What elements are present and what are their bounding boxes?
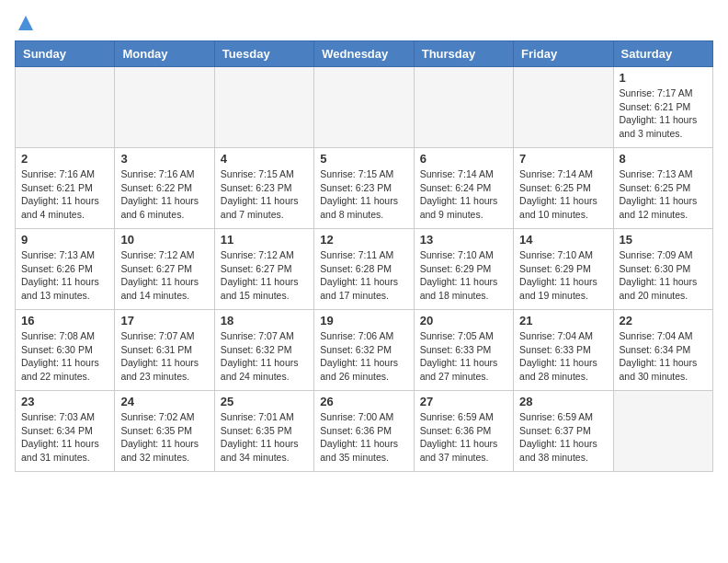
svg-marker-0 [18,16,33,30]
day-info: Sunrise: 6:59 AM Sunset: 6:36 PM Dayligh… [420,410,507,465]
day-number: 13 [420,233,507,247]
calendar-day-cell: 27Sunrise: 6:59 AM Sunset: 6:36 PM Dayli… [414,391,513,472]
day-info: Sunrise: 7:11 AM Sunset: 6:28 PM Dayligh… [320,248,407,303]
calendar-week-row: 9Sunrise: 7:13 AM Sunset: 6:26 PM Daylig… [16,229,713,310]
day-info: Sunrise: 7:06 AM Sunset: 6:32 PM Dayligh… [320,329,407,384]
day-number: 1 [620,71,707,85]
calendar-day-cell [613,391,712,472]
calendar-week-row: 1Sunrise: 7:17 AM Sunset: 6:21 PM Daylig… [16,67,713,148]
day-info: Sunrise: 7:14 AM Sunset: 6:25 PM Dayligh… [519,167,607,222]
calendar-day-cell: 5Sunrise: 7:15 AM Sunset: 6:23 PM Daylig… [314,148,414,229]
day-info: Sunrise: 7:15 AM Sunset: 6:23 PM Dayligh… [221,167,308,222]
calendar-day-cell: 11Sunrise: 7:12 AM Sunset: 6:27 PM Dayli… [214,229,313,310]
day-number: 23 [21,395,108,408]
calendar-day-cell: 9Sunrise: 7:13 AM Sunset: 6:26 PM Daylig… [16,229,115,310]
day-number: 10 [120,233,208,247]
calendar-day-cell: 6Sunrise: 7:14 AM Sunset: 6:24 PM Daylig… [414,148,513,229]
weekday-header: Wednesday [314,41,414,67]
weekday-header: Monday [115,41,214,67]
calendar-day-cell: 18Sunrise: 7:07 AM Sunset: 6:32 PM Dayli… [214,310,313,391]
day-info: Sunrise: 7:00 AM Sunset: 6:36 PM Dayligh… [320,410,407,465]
day-info: Sunrise: 7:16 AM Sunset: 6:21 PM Dayligh… [21,167,108,222]
day-number: 25 [221,395,308,408]
day-info: Sunrise: 7:17 AM Sunset: 6:21 PM Dayligh… [620,86,707,141]
day-number: 11 [221,233,308,247]
day-number: 2 [21,152,108,166]
day-number: 12 [320,233,407,247]
calendar-day-cell: 2Sunrise: 7:16 AM Sunset: 6:21 PM Daylig… [16,148,115,229]
day-info: Sunrise: 7:13 AM Sunset: 6:25 PM Dayligh… [620,167,707,222]
day-info: Sunrise: 7:14 AM Sunset: 6:24 PM Dayligh… [420,167,507,222]
weekday-header: Saturday [613,41,712,67]
calendar-day-cell: 24Sunrise: 7:02 AM Sunset: 6:35 PM Dayli… [115,391,214,472]
day-number: 15 [620,233,707,247]
calendar-day-cell: 8Sunrise: 7:13 AM Sunset: 6:25 PM Daylig… [613,148,712,229]
page-header [15,15,713,29]
day-info: Sunrise: 7:15 AM Sunset: 6:23 PM Dayligh… [320,167,407,222]
day-info: Sunrise: 7:16 AM Sunset: 6:22 PM Dayligh… [120,167,208,222]
calendar-day-cell [16,67,115,148]
calendar-week-row: 23Sunrise: 7:03 AM Sunset: 6:34 PM Dayli… [16,391,713,472]
day-info: Sunrise: 7:12 AM Sunset: 6:27 PM Dayligh… [221,248,308,303]
day-info: Sunrise: 7:07 AM Sunset: 6:32 PM Dayligh… [221,329,308,384]
day-number: 22 [620,314,707,327]
calendar-day-cell [514,67,613,148]
calendar-day-cell [115,67,214,148]
weekday-header: Friday [514,41,613,67]
day-number: 19 [320,314,407,327]
day-number: 6 [420,152,507,166]
day-info: Sunrise: 7:04 AM Sunset: 6:33 PM Dayligh… [519,329,607,384]
weekday-header: Thursday [414,41,513,67]
calendar-day-cell: 14Sunrise: 7:10 AM Sunset: 6:29 PM Dayli… [514,229,613,310]
day-number: 27 [420,395,507,408]
calendar-day-cell: 7Sunrise: 7:14 AM Sunset: 6:25 PM Daylig… [514,148,613,229]
calendar-day-cell: 1Sunrise: 7:17 AM Sunset: 6:21 PM Daylig… [613,67,712,148]
day-info: Sunrise: 7:05 AM Sunset: 6:33 PM Dayligh… [420,329,507,384]
day-number: 16 [21,314,108,327]
calendar-day-cell: 17Sunrise: 7:07 AM Sunset: 6:31 PM Dayli… [115,310,214,391]
day-info: Sunrise: 7:03 AM Sunset: 6:34 PM Dayligh… [21,410,108,465]
weekday-header: Sunday [16,41,115,67]
calendar-day-cell [414,67,513,148]
day-number: 7 [519,152,607,166]
day-number: 24 [120,395,208,408]
day-info: Sunrise: 6:59 AM Sunset: 6:37 PM Dayligh… [519,410,607,465]
calendar-header-row: SundayMondayTuesdayWednesdayThursdayFrid… [16,41,713,67]
day-number: 5 [320,152,407,166]
day-number: 18 [221,314,308,327]
calendar-day-cell: 13Sunrise: 7:10 AM Sunset: 6:29 PM Dayli… [414,229,513,310]
calendar-day-cell: 4Sunrise: 7:15 AM Sunset: 6:23 PM Daylig… [214,148,313,229]
logo [15,15,34,29]
day-info: Sunrise: 7:04 AM Sunset: 6:34 PM Dayligh… [620,329,707,384]
day-info: Sunrise: 7:07 AM Sunset: 6:31 PM Dayligh… [120,329,208,384]
day-number: 26 [320,395,407,408]
day-info: Sunrise: 7:13 AM Sunset: 6:26 PM Dayligh… [21,248,108,303]
day-number: 9 [21,233,108,247]
calendar-day-cell: 28Sunrise: 6:59 AM Sunset: 6:37 PM Dayli… [514,391,613,472]
calendar-day-cell: 19Sunrise: 7:06 AM Sunset: 6:32 PM Dayli… [314,310,414,391]
calendar-day-cell: 21Sunrise: 7:04 AM Sunset: 6:33 PM Dayli… [514,310,613,391]
calendar-day-cell: 15Sunrise: 7:09 AM Sunset: 6:30 PM Dayli… [613,229,712,310]
day-info: Sunrise: 7:10 AM Sunset: 6:29 PM Dayligh… [519,248,607,303]
calendar-day-cell: 12Sunrise: 7:11 AM Sunset: 6:28 PM Dayli… [314,229,414,310]
calendar-day-cell: 25Sunrise: 7:01 AM Sunset: 6:35 PM Dayli… [214,391,313,472]
calendar-table: SundayMondayTuesdayWednesdayThursdayFrid… [15,40,713,472]
calendar-day-cell [214,67,313,148]
day-info: Sunrise: 7:12 AM Sunset: 6:27 PM Dayligh… [120,248,208,303]
day-number: 17 [120,314,208,327]
calendar-day-cell: 23Sunrise: 7:03 AM Sunset: 6:34 PM Dayli… [16,391,115,472]
calendar-week-row: 16Sunrise: 7:08 AM Sunset: 6:30 PM Dayli… [16,310,713,391]
day-info: Sunrise: 7:10 AM Sunset: 6:29 PM Dayligh… [420,248,507,303]
calendar-day-cell: 10Sunrise: 7:12 AM Sunset: 6:27 PM Dayli… [115,229,214,310]
day-info: Sunrise: 7:01 AM Sunset: 6:35 PM Dayligh… [221,410,308,465]
calendar-day-cell: 16Sunrise: 7:08 AM Sunset: 6:30 PM Dayli… [16,310,115,391]
weekday-header: Tuesday [214,41,313,67]
calendar-day-cell: 20Sunrise: 7:05 AM Sunset: 6:33 PM Dayli… [414,310,513,391]
day-info: Sunrise: 7:09 AM Sunset: 6:30 PM Dayligh… [620,248,707,303]
calendar-day-cell [314,67,414,148]
logo-icon [17,15,34,31]
day-info: Sunrise: 7:08 AM Sunset: 6:30 PM Dayligh… [21,329,108,384]
calendar-day-cell: 22Sunrise: 7:04 AM Sunset: 6:34 PM Dayli… [613,310,712,391]
day-number: 4 [221,152,308,166]
calendar-day-cell: 26Sunrise: 7:00 AM Sunset: 6:36 PM Dayli… [314,391,414,472]
